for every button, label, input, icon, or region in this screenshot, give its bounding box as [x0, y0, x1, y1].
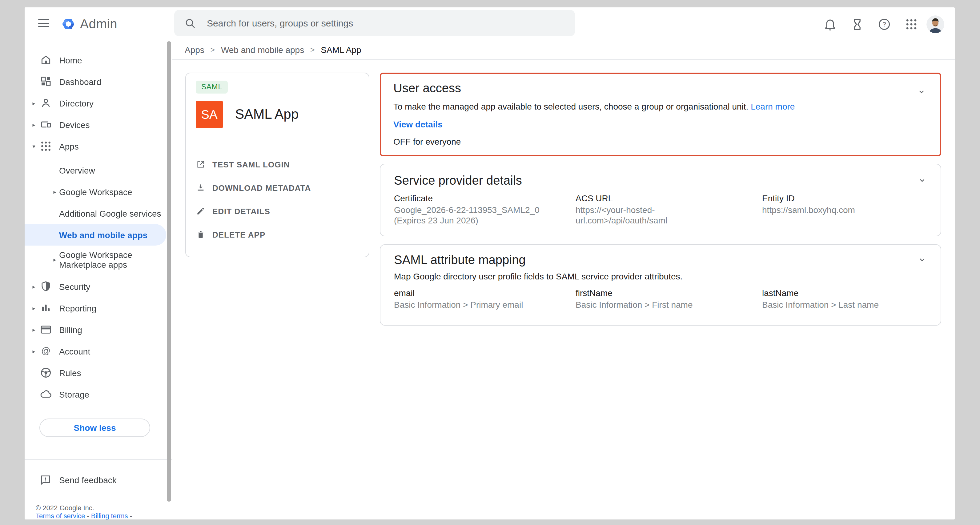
app-icon: SA	[196, 101, 223, 128]
sidebar-item-label: Directory	[59, 98, 94, 108]
sidebar-item-storage[interactable]: Storage	[25, 383, 172, 405]
chevron-down-icon[interactable]	[917, 175, 927, 185]
chevron-down-icon[interactable]	[916, 87, 926, 97]
field-value: Basic Information > Primary email	[394, 300, 576, 310]
user-access-description-text: To make the managed app available to sel…	[393, 102, 748, 111]
expand-arrow-icon[interactable]: ▸	[30, 305, 38, 311]
apps-grid-icon[interactable]	[904, 17, 918, 31]
field-label: Certificate	[394, 194, 576, 202]
sidebar-item-label: Account	[59, 346, 90, 356]
sidebar-item-google-workspace[interactable]: ▸Google Workspace	[25, 181, 172, 202]
help-icon[interactable]: ?	[877, 17, 891, 31]
sidebar-item-apps[interactable]: ▾Apps	[25, 135, 172, 157]
delete-app-button[interactable]: DELETE APP	[186, 223, 369, 246]
send-feedback-label: Send feedback	[59, 475, 117, 485]
send-feedback-button[interactable]: Send feedback	[25, 469, 172, 490]
breadcrumb-item-web-and-mobile-apps[interactable]: Web and mobile apps	[221, 45, 304, 55]
field-entity-id: Entity IDhttps://saml.boxyhq.com	[762, 194, 927, 226]
edit-details-button[interactable]: EDIT DETAILS	[186, 199, 369, 223]
notifications-bell-icon[interactable]	[823, 17, 837, 31]
sidebar-item-label: Google Workspace	[59, 187, 132, 197]
main-content: Apps>Web and mobile apps>SAML App SAML S…	[172, 41, 955, 519]
svg-text:?: ?	[883, 20, 886, 27]
screen: Admin ?	[0, 0, 980, 525]
action-label: EDIT DETAILS	[212, 207, 270, 216]
action-label: TEST SAML LOGIN	[212, 160, 290, 169]
attribute-mapping-card[interactable]: SAML attribute mapping Map Google direct…	[380, 244, 941, 326]
sidebar-item-dashboard[interactable]: Dashboard	[25, 71, 172, 92]
sidebar-item-devices[interactable]: ▸Devices	[25, 114, 172, 135]
home-icon	[40, 54, 52, 67]
show-less-button[interactable]: Show less	[40, 418, 150, 437]
app-info-card: SAML SA SAML App TEST SAML LOGINDOWNLOAD…	[185, 73, 369, 257]
field-firstname: firstNameBasic Information > First name	[576, 289, 762, 310]
breadcrumb-item-apps[interactable]: Apps	[185, 45, 204, 55]
search-bar[interactable]	[174, 10, 575, 36]
sidebar-item-overview[interactable]: Overview	[25, 159, 172, 181]
footer-link-separator: -	[87, 512, 89, 519]
sidebar-item-web-and-mobile-apps[interactable]: Web and mobile apps	[25, 224, 166, 246]
sidebar-item-label: Overview	[59, 165, 95, 175]
service-provider-card[interactable]: Service provider details CertificateGoog…	[380, 164, 941, 236]
field-value: Basic Information > Last name	[762, 300, 927, 310]
open-in-new-icon	[196, 159, 205, 169]
app-title: SAML App	[235, 107, 299, 123]
sidebar-item-rules[interactable]: Rules	[25, 362, 172, 383]
sidebar-item-label: Devices	[59, 120, 90, 130]
learn-more-link[interactable]: Learn more	[751, 102, 795, 111]
wheel-icon	[40, 366, 52, 379]
field-value: https://saml.boxyhq.com	[762, 205, 927, 215]
sidebar-item-security[interactable]: ▸Security	[25, 276, 172, 297]
top-bar: Admin ?	[25, 7, 955, 41]
sidebar-item-reporting[interactable]: ▸Reporting	[25, 297, 172, 319]
user-access-status: OFF for everyone	[393, 137, 928, 146]
expand-arrow-icon[interactable]: ▸	[30, 122, 38, 128]
delete-icon	[196, 229, 205, 239]
sidebar-scrollbar[interactable]	[167, 41, 171, 502]
field-label: lastName	[762, 289, 927, 297]
breadcrumb-separator: >	[310, 46, 315, 54]
shield-icon	[40, 280, 52, 293]
download-icon	[196, 183, 205, 192]
edit-icon	[196, 206, 205, 216]
tasks-hourglass-icon[interactable]	[850, 17, 864, 31]
terms-of-service-link[interactable]: Terms of service	[36, 512, 85, 519]
collapse-arrow-icon[interactable]: ▾	[30, 143, 38, 149]
sidebar-item-additional-google-services[interactable]: Additional Google services	[25, 202, 172, 224]
user-access-description: To make the managed app available to sel…	[393, 102, 928, 111]
chevron-down-icon[interactable]	[917, 255, 927, 265]
expand-arrow-icon[interactable]: ▸	[30, 283, 38, 290]
expand-arrow-icon[interactable]: ▸	[30, 326, 38, 332]
sidebar-item-label: Additional Google services	[59, 208, 161, 218]
download-metadata-button[interactable]: DOWNLOAD METADATA	[186, 176, 369, 199]
billing-terms-link[interactable]: Billing terms	[91, 512, 128, 519]
user-access-card[interactable]: User access To make the managed app avai…	[380, 73, 941, 156]
sidebar-item-google-workspace-marketplace-apps[interactable]: ▸Google Workspace Marketplace apps	[25, 246, 172, 274]
sidebar-item-billing[interactable]: ▸Billing	[25, 319, 172, 340]
action-label: DELETE APP	[212, 230, 265, 239]
field-label: Entity ID	[762, 194, 927, 202]
sidebar-item-home[interactable]: Home	[25, 49, 172, 71]
test-saml-login-button[interactable]: TEST SAML LOGIN	[186, 153, 369, 176]
footer-link-separator: -	[130, 512, 132, 519]
expand-arrow-icon[interactable]: ▸	[51, 257, 59, 263]
sidebar-divider	[25, 459, 172, 460]
expand-arrow-icon[interactable]: ▸	[51, 189, 59, 195]
field-value: https://<your-hosted-url.com>/api/oauth/…	[576, 205, 689, 226]
product-name: Admin	[80, 17, 117, 32]
field-value: Basic Information > First name	[576, 300, 762, 310]
user-access-title: User access	[393, 81, 928, 95]
view-details-link[interactable]: View details	[393, 119, 928, 129]
field-value-secondary: (Expires 23 Jun 2026)	[394, 215, 576, 226]
menu-icon[interactable]	[38, 19, 49, 29]
user-avatar[interactable]	[926, 15, 944, 33]
expand-arrow-icon[interactable]: ▸	[30, 348, 38, 354]
field-lastname: lastNameBasic Information > Last name	[762, 289, 927, 310]
chart-icon	[40, 302, 52, 315]
sidebar-item-label: Rules	[59, 368, 81, 378]
devices-icon	[40, 118, 52, 131]
expand-arrow-icon[interactable]: ▸	[30, 100, 38, 106]
sidebar-item-account[interactable]: ▸@Account	[25, 340, 172, 362]
search-input[interactable]	[205, 17, 553, 29]
sidebar-item-directory[interactable]: ▸Directory	[25, 92, 172, 114]
